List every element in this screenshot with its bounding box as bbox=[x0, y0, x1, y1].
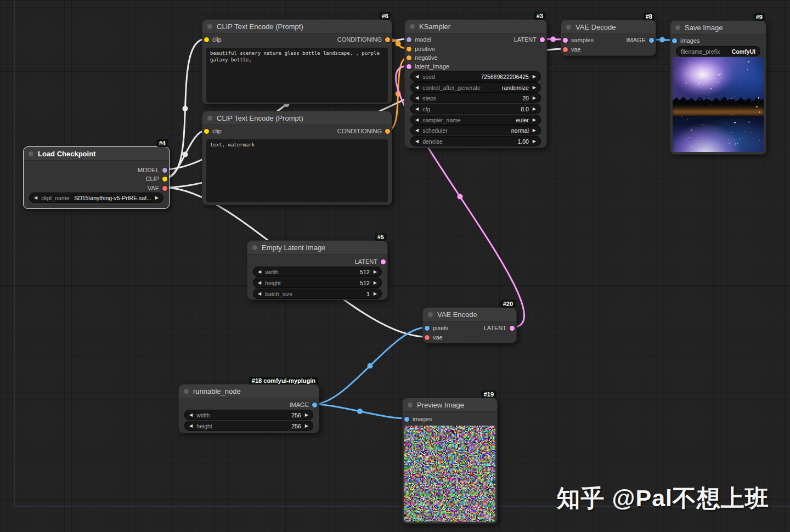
stepper-left-icon[interactable]: ◀ bbox=[34, 193, 37, 202]
stepper-right-icon[interactable]: ▶ bbox=[155, 193, 159, 202]
output-slot-latent[interactable]: LATENT bbox=[514, 35, 545, 44]
node-title-bar[interactable]: VAE Encode bbox=[423, 308, 516, 321]
stepper-left-icon[interactable]: ◀ bbox=[415, 115, 419, 124]
widget-height[interactable]: ◀height512▶ bbox=[253, 278, 382, 288]
collapse-dot-icon[interactable] bbox=[207, 24, 212, 29]
node-clip-text-encode-negative[interactable]: CLIP Text Encode (Prompt) clip CONDITION… bbox=[202, 111, 392, 205]
stepper-left-icon[interactable]: ◀ bbox=[189, 410, 193, 420]
node-title-bar[interactable]: CLIP Text Encode (Prompt) bbox=[202, 20, 392, 33]
input-slot-samples[interactable]: samples bbox=[563, 36, 594, 44]
slot-dot-conditioning[interactable] bbox=[385, 37, 390, 42]
widget-steps[interactable]: ◀steps20▶ bbox=[410, 93, 541, 103]
slot-dot-model[interactable] bbox=[162, 168, 167, 173]
collapse-dot-icon[interactable] bbox=[408, 403, 413, 408]
node-empty-latent-image[interactable]: #5 Empty Latent Image LATENT ◀width512▶ … bbox=[247, 240, 388, 300]
collapse-dot-icon[interactable] bbox=[207, 116, 212, 121]
widget-scheduler[interactable]: ◀schedulernormal▶ bbox=[410, 125, 541, 135]
output-slot-conditioning[interactable]: CONDITIONING bbox=[337, 35, 390, 44]
stepper-right-icon[interactable]: ▶ bbox=[533, 93, 536, 103]
collapse-dot-icon[interactable] bbox=[675, 25, 680, 30]
slot-dot-vae[interactable] bbox=[563, 47, 568, 52]
collapse-dot-icon[interactable] bbox=[566, 25, 571, 30]
output-slot-model[interactable]: MODEL bbox=[138, 166, 167, 174]
widget-value[interactable]: 8.0 bbox=[521, 106, 529, 112]
stepper-right-icon[interactable]: ▶ bbox=[533, 83, 536, 92]
node-ksampler[interactable]: #3 KSampler model positive negative late… bbox=[404, 19, 547, 148]
widget-filename-prefix[interactable]: filename_prefix ComfyUI bbox=[676, 46, 760, 56]
input-slot-clip[interactable]: clip bbox=[204, 127, 222, 135]
stepper-right-icon[interactable]: ▶ bbox=[374, 289, 377, 298]
stepper-left-icon[interactable]: ◀ bbox=[258, 267, 261, 276]
widget-value[interactable]: 1.00 bbox=[517, 138, 528, 145]
slot-dot-vae[interactable] bbox=[162, 186, 167, 191]
widget-value[interactable]: 725669622206425 bbox=[481, 73, 529, 80]
node-title-bar[interactable]: Empty Latent Image bbox=[247, 241, 387, 254]
stepper-left-icon[interactable]: ◀ bbox=[415, 104, 419, 114]
slot-dot-latent[interactable] bbox=[540, 37, 545, 42]
slot-dot-vae[interactable] bbox=[425, 335, 430, 340]
widget-denoise[interactable]: ◀denoise1.00▶ bbox=[410, 136, 541, 146]
slot-dot-clip[interactable] bbox=[162, 177, 167, 182]
slot-dot-latent[interactable] bbox=[381, 259, 386, 264]
stepper-right-icon[interactable]: ▶ bbox=[305, 421, 308, 431]
output-slot-conditioning[interactable]: CONDITIONING bbox=[337, 127, 390, 135]
output-slot-vae[interactable]: VAE bbox=[148, 184, 167, 193]
stepper-left-icon[interactable]: ◀ bbox=[258, 278, 261, 287]
widget-value[interactable]: ComfyUI bbox=[732, 48, 755, 55]
slot-dot-conditioning[interactable] bbox=[385, 129, 390, 134]
input-slot-vae[interactable]: vae bbox=[425, 333, 443, 342]
node-title-bar[interactable]: Load Checkpoint bbox=[24, 147, 169, 161]
widget-width[interactable]: ◀width512▶ bbox=[253, 267, 382, 277]
input-slot-pixels[interactable]: pixels bbox=[425, 324, 448, 332]
node-preview-image[interactable]: #19 Preview Image images bbox=[402, 398, 498, 524]
stepper-right-icon[interactable]: ▶ bbox=[305, 410, 308, 420]
node-title-bar[interactable]: VAE Decode bbox=[561, 20, 656, 34]
slot-dot-image[interactable] bbox=[312, 403, 317, 408]
output-slot-clip[interactable]: CLIP bbox=[146, 174, 167, 183]
widget-value[interactable]: 256 bbox=[291, 412, 301, 418]
stepper-left-icon[interactable]: ◀ bbox=[415, 72, 419, 81]
collapse-dot-icon[interactable] bbox=[410, 24, 415, 29]
widget-height[interactable]: ◀height256▶ bbox=[184, 421, 313, 431]
widget-value[interactable]: 512 bbox=[360, 269, 370, 275]
widget-control-after-generate[interactable]: ◀control_after_generaterandomize▶ bbox=[410, 82, 541, 93]
slot-dot-latent[interactable] bbox=[407, 64, 411, 69]
slot-dot-image[interactable] bbox=[672, 38, 677, 43]
slot-dot-image[interactable] bbox=[404, 417, 409, 422]
widget-value[interactable]: euler bbox=[516, 117, 528, 123]
stepper-right-icon[interactable]: ▶ bbox=[533, 137, 536, 146]
prompt-textarea[interactable]: beautiful scenery nature glass bottle la… bbox=[206, 48, 388, 103]
stepper-right-icon[interactable]: ▶ bbox=[374, 278, 377, 287]
node-title-bar[interactable]: Preview Image bbox=[403, 398, 497, 412]
slot-dot-conditioning[interactable] bbox=[407, 47, 411, 52]
stepper-right-icon[interactable]: ▶ bbox=[533, 126, 536, 135]
prompt-textarea[interactable]: text, watermark bbox=[206, 139, 388, 202]
widget-batch-size[interactable]: ◀batch_size1▶ bbox=[253, 288, 382, 299]
widget-value[interactable]: 1 bbox=[366, 291, 370, 297]
input-slot-vae[interactable]: vae bbox=[563, 45, 581, 54]
stepper-right-icon[interactable]: ▶ bbox=[533, 72, 536, 81]
widget-value[interactable]: SD15\anything-v5-PrtRE.saf... bbox=[74, 195, 151, 201]
input-slot-positive[interactable]: positive bbox=[407, 44, 435, 53]
node-clip-text-encode-positive[interactable]: #6 CLIP Text Encode (Prompt) clip CONDIT… bbox=[202, 19, 392, 104]
widget-value[interactable]: 512 bbox=[360, 280, 370, 286]
output-slot-image[interactable]: IMAGE bbox=[290, 400, 317, 409]
slot-dot-image[interactable] bbox=[649, 38, 654, 43]
node-title-bar[interactable]: Save Image bbox=[670, 21, 766, 35]
slot-dot-conditioning[interactable] bbox=[407, 55, 411, 60]
stepper-left-icon[interactable]: ◀ bbox=[415, 93, 419, 103]
node-vae-decode[interactable]: #8 VAE Decode samples vae IMAGE bbox=[561, 20, 656, 56]
input-slot-negative[interactable]: negative bbox=[407, 53, 438, 62]
slot-dot-clip[interactable] bbox=[204, 37, 209, 42]
input-slot-model[interactable]: model bbox=[407, 35, 431, 44]
slot-dot-latent[interactable] bbox=[563, 38, 568, 43]
collapse-dot-icon[interactable] bbox=[428, 312, 433, 317]
node-runnable-node[interactable]: #18 comfyui-myplugin runnable_node IMAGE… bbox=[178, 384, 319, 433]
widget-seed[interactable]: ◀seed725669622206425▶ bbox=[410, 71, 541, 82]
stepper-left-icon[interactable]: ◀ bbox=[258, 289, 261, 298]
node-title-bar[interactable]: CLIP Text Encode (Prompt) bbox=[202, 111, 392, 125]
stepper-right-icon[interactable]: ▶ bbox=[533, 104, 536, 114]
input-slot-images[interactable]: images bbox=[404, 415, 432, 423]
collapse-dot-icon[interactable] bbox=[184, 389, 189, 394]
slot-dot-model[interactable] bbox=[407, 37, 411, 42]
